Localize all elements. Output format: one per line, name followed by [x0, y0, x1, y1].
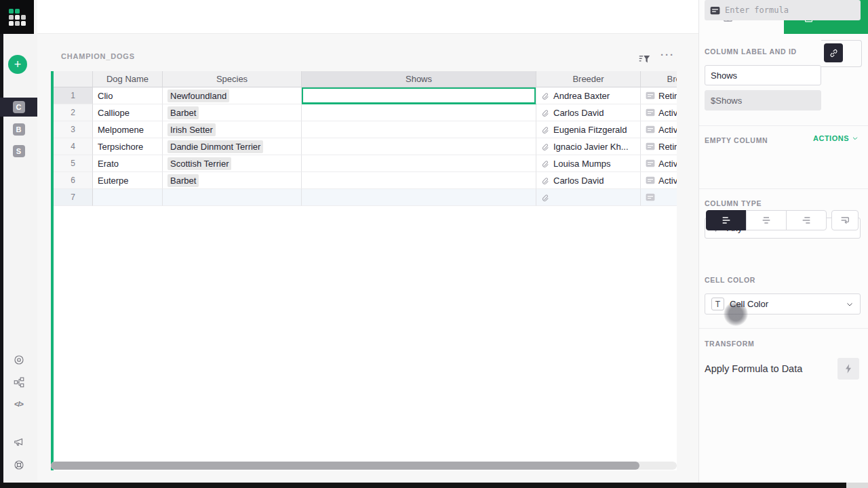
- reference-link-icon: [541, 125, 550, 134]
- horizontal-scrollbar-thumb[interactable]: [51, 462, 639, 470]
- add-new-button[interactable]: +: [8, 55, 27, 74]
- page-badge: C: [13, 101, 25, 113]
- window-bottom-edge: [0, 483, 846, 488]
- cell-species[interactable]: [163, 189, 302, 206]
- app-logo[interactable]: [0, 0, 34, 34]
- species-chip: Barbet: [167, 106, 199, 119]
- code-icon[interactable]: </>: [0, 400, 37, 408]
- table-row: 2CalliopeBarbetCarlos DavidActive: [54, 104, 677, 121]
- cell-shows[interactable]: [302, 138, 536, 155]
- cell-breeder[interactable]: Carlos David: [536, 172, 641, 189]
- cell-breeder[interactable]: Eugenia Fitzgerald: [536, 121, 641, 138]
- section-menu-dots[interactable]: ···: [660, 49, 675, 60]
- cell-species[interactable]: Irish Setter: [163, 121, 302, 138]
- right-panel: Table Column COLUMN LABEL AND ID Shows $…: [698, 0, 868, 483]
- window-bottom-edge-right: [846, 483, 868, 488]
- row-number[interactable]: 7: [54, 189, 93, 206]
- column-header-species[interactable]: Species: [163, 71, 302, 87]
- cell-breeder-status[interactable]: Active: [641, 155, 677, 172]
- row-number[interactable]: 6: [54, 172, 93, 189]
- page-item-b[interactable]: B: [0, 120, 37, 139]
- megaphone-icon[interactable]: [0, 436, 37, 448]
- page-item-s[interactable]: S: [0, 142, 37, 161]
- status-card-icon: [646, 176, 655, 184]
- grid-header-row: Dog NameSpeciesShowsBreederBreede: [54, 71, 677, 87]
- cell-dog-name[interactable]: Erato: [93, 155, 163, 172]
- cell-species[interactable]: Scottish Terrier: [163, 155, 302, 172]
- wrap-text-button[interactable]: [831, 210, 859, 230]
- column-label-input[interactable]: Shows: [705, 65, 821, 85]
- reference-link-icon: [541, 92, 550, 100]
- logo-grid-icon: [9, 9, 26, 26]
- raw-data-icon[interactable]: [0, 376, 37, 388]
- align-left-icon: [721, 216, 732, 225]
- actions-dropdown[interactable]: ACTIONS: [813, 134, 859, 142]
- status-card-icon: [646, 193, 655, 201]
- eye-icon[interactable]: [0, 354, 37, 366]
- apply-formula-button[interactable]: [837, 358, 859, 380]
- align-left-button[interactable]: [706, 210, 747, 230]
- row-number[interactable]: 5: [54, 155, 93, 172]
- chevron-down-icon: [846, 300, 854, 308]
- row-number[interactable]: 4: [54, 138, 93, 155]
- cell-breeder[interactable]: Louisa Mumps: [536, 155, 641, 172]
- cell-breeder-status[interactable]: [641, 189, 677, 206]
- derive-id-link-button[interactable]: [824, 43, 843, 62]
- align-right-button[interactable]: [786, 210, 827, 230]
- cell-breeder[interactable]: [536, 189, 641, 206]
- cell-breeder[interactable]: Carlos David: [536, 104, 641, 121]
- column-type-heading: COLUMN TYPE: [705, 199, 762, 207]
- cell-breeder[interactable]: Ignacio Javier Kh...: [536, 138, 641, 155]
- table-section-title[interactable]: CHAMPION_DOGS: [61, 52, 135, 60]
- cell-shows[interactable]: [302, 189, 536, 206]
- cell-dog-name[interactable]: Melpomene: [93, 121, 163, 138]
- reference-link-icon: [541, 176, 550, 185]
- row-number[interactable]: 1: [54, 87, 93, 104]
- help-icon[interactable]: [0, 459, 37, 471]
- column-header-breeder[interactable]: Breeder: [536, 71, 641, 87]
- align-center-button[interactable]: [746, 210, 787, 230]
- cell-shows[interactable]: [302, 121, 536, 138]
- cell-dog-name[interactable]: [93, 189, 163, 206]
- cell-species[interactable]: Dandie Dinmont Terrier: [163, 138, 302, 155]
- column-header-shows[interactable]: Shows: [302, 71, 536, 87]
- cell-color-heading: CELL COLOR: [705, 276, 755, 284]
- cell-breeder-status[interactable]: Retired: [641, 138, 677, 155]
- cell-color-select[interactable]: T Cell Color: [705, 293, 861, 314]
- grid-corner[interactable]: [54, 71, 93, 87]
- cell-species[interactable]: Newfoundland: [163, 87, 302, 104]
- cell-dog-name[interactable]: Clio: [93, 87, 163, 104]
- cell-shows[interactable]: [302, 104, 536, 121]
- link-icon: [829, 48, 839, 58]
- cell-dog-name[interactable]: Calliope: [93, 104, 163, 121]
- page-item-c[interactable]: C: [0, 98, 37, 117]
- top-bar: [37, 0, 698, 34]
- cell-breeder-status[interactable]: Active: [641, 172, 677, 189]
- column-header-breede[interactable]: Breede: [641, 71, 677, 87]
- empty-column-heading: EMPTY COLUMN: [705, 136, 768, 144]
- table-row: 4TerpsichoreDandie Dinmont TerrierIgnaci…: [54, 138, 677, 155]
- formula-input[interactable]: Enter formula: [705, 0, 861, 20]
- cell-shows[interactable]: [302, 155, 536, 172]
- cell-species[interactable]: Barbet: [163, 172, 302, 189]
- cell-shows[interactable]: [302, 87, 536, 104]
- species-chip: Barbet: [167, 174, 199, 187]
- wrap-text-icon: [840, 216, 850, 225]
- cell-breeder-status[interactable]: Active: [641, 121, 677, 138]
- column-id-field[interactable]: $Shows: [705, 90, 821, 110]
- column-header-dog-name[interactable]: Dog Name: [93, 71, 163, 87]
- reference-link-icon: [541, 159, 550, 168]
- row-number[interactable]: 2: [54, 104, 93, 121]
- row-number[interactable]: 3: [54, 121, 93, 138]
- cell-dog-name[interactable]: Euterpe: [93, 172, 163, 189]
- status-card-icon: [646, 159, 655, 167]
- cell-breeder-status[interactable]: Retired: [641, 87, 677, 104]
- species-chip: Newfoundland: [167, 89, 229, 102]
- page-badge: S: [13, 145, 25, 157]
- cell-shows[interactable]: [302, 172, 536, 189]
- cell-breeder-status[interactable]: Active: [641, 104, 677, 121]
- sort-filter-icon[interactable]: [638, 54, 651, 68]
- cell-breeder[interactable]: Andrea Baxter: [536, 87, 641, 104]
- cell-dog-name[interactable]: Terpsichore: [93, 138, 163, 155]
- cell-species[interactable]: Barbet: [163, 104, 302, 121]
